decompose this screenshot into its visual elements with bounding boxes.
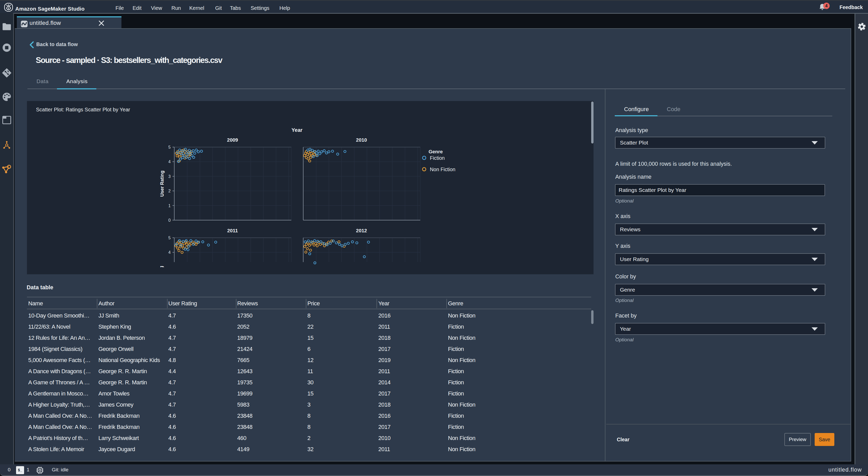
svg-text:0: 0 (168, 218, 170, 222)
svg-text:4: 4 (168, 250, 170, 255)
svg-text:Fiction: Fiction (430, 155, 445, 161)
svg-text:3: 3 (168, 174, 170, 179)
svg-text:User Rating: User Rating (159, 266, 164, 267)
svg-text:2012: 2012 (356, 228, 367, 233)
svg-text:2010: 2010 (356, 137, 367, 143)
svg-text:Non Fiction: Non Fiction (430, 167, 456, 172)
svg-text:2009: 2009 (227, 137, 238, 143)
svg-text:Genre: Genre (429, 149, 443, 154)
svg-text:4: 4 (168, 159, 170, 164)
svg-text:2011: 2011 (227, 228, 238, 233)
svg-text:5: 5 (168, 145, 170, 149)
svg-text:5: 5 (168, 236, 170, 240)
svg-text:User Rating: User Rating (159, 170, 165, 197)
svg-text:Year: Year (291, 127, 303, 133)
svg-text:2: 2 (168, 189, 170, 193)
svg-text:1: 1 (168, 204, 170, 208)
